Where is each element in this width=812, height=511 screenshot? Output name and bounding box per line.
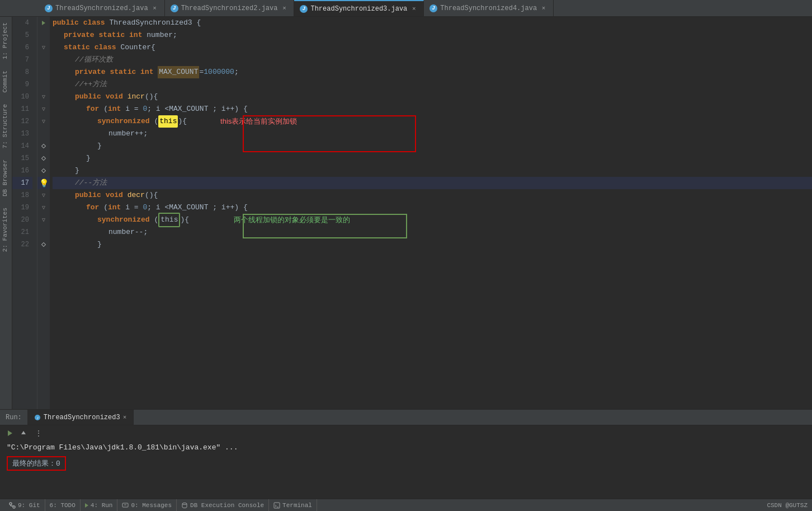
gutter-21 (37, 226, 50, 238)
tab-label-4: ThreadSynchronized4.java (440, 4, 537, 12)
code-line-16: } (53, 165, 812, 177)
ln-7: 7 (12, 54, 32, 66)
main-layout: 1: Project Commit 7: Structure DB Browse… (0, 17, 812, 409)
status-terminal-label: Terminal (282, 502, 312, 509)
sidebar-item-structure[interactable]: 7: Structure (0, 99, 12, 154)
tab-4[interactable]: J ThreadSynchronized4.java × (424, 0, 554, 16)
ln-11: 11 (12, 103, 32, 115)
gutter-18: ▽ (37, 189, 50, 201)
status-db-console[interactable]: DB Execution Console (177, 499, 269, 511)
gutter-6: ▽ (37, 41, 50, 54)
fold-19[interactable]: ▽ (42, 204, 45, 211)
bottom-tab-run[interactable]: J ThreadSynchronized3 × (27, 410, 134, 425)
gutter-16 (37, 165, 50, 177)
editor-area[interactable]: 4 5 6 7 8 9 10 11 12 13 14 15 16 17 18 1… (12, 17, 812, 409)
gutter-10: ▽ (37, 91, 50, 103)
run-toolbar: ⋮ (0, 425, 812, 441)
status-run[interactable]: 4: Run (81, 499, 118, 511)
tab-close-4[interactable]: × (540, 4, 547, 12)
gutter: ▽ ▽ ▽ ▽ (37, 17, 50, 409)
bottom-tab-run-label: ThreadSynchronized3 (44, 414, 120, 421)
gutter-11: ▽ (37, 103, 50, 115)
code-line-8: private static int MAX_COUNT=1000000; (53, 66, 812, 78)
run-result-area: 最终的结果：0 (7, 454, 805, 471)
ln-18: 18 (12, 189, 32, 201)
gutter-13 (37, 128, 50, 140)
code-line-18: public void decr(){ (53, 189, 812, 201)
bottom-panel: Run: J ThreadSynchronized3 × ⋮ "C:\Progr… (0, 409, 812, 499)
fold-12[interactable]: ▽ (42, 118, 45, 125)
status-brand: CSDN @GUTSZ (767, 502, 808, 509)
sidebar-item-db-browser[interactable]: DB Browser (0, 154, 12, 202)
annotation-line12: this表示给当前实例加锁 (220, 115, 297, 128)
ln-13: 13 (12, 128, 32, 140)
tab-1[interactable]: J ThreadSynchronized.java × (39, 0, 165, 16)
code-container: 4 5 6 7 8 9 10 11 12 13 14 15 16 17 18 1… (12, 17, 812, 409)
gutter-14 (37, 140, 50, 152)
ln-10: 10 (12, 91, 32, 103)
fold-20[interactable]: ▽ (42, 217, 45, 223)
status-git[interactable]: 9: Git (4, 499, 45, 511)
ln-8: 8 (12, 66, 32, 78)
diamond-15 (41, 156, 46, 161)
run-more-button[interactable]: ⋮ (31, 429, 46, 438)
git-icon (9, 502, 16, 509)
sidebar-item-favorites[interactable]: 2: Favorites (0, 202, 12, 257)
diamond-16 (41, 168, 46, 173)
ln-16: 16 (12, 165, 32, 177)
tab-2[interactable]: J ThreadSynchronized2.java × (165, 0, 295, 16)
messages-icon (122, 502, 129, 509)
status-messages[interactable]: 0: Messages (117, 499, 177, 511)
ln-19: 19 (12, 201, 32, 214)
run-status-icon (85, 503, 88, 508)
ln-12: 12 (12, 115, 32, 128)
ln-9: 9 (12, 78, 32, 91)
gutter-8 (37, 66, 50, 78)
ln-20: 20 (12, 214, 32, 226)
sync-block-2: synchronized (this){ 两个线程加锁的对象必须要是一致的 nu… (53, 214, 812, 251)
gutter-19: ▽ (37, 201, 50, 214)
tab-icon-3: J (300, 5, 308, 13)
ln-17: 17 (12, 177, 32, 189)
fold-11[interactable]: ▽ (42, 106, 45, 112)
this-keyword-2: this (158, 213, 180, 227)
ln-6: 6 (12, 41, 32, 54)
ln-15: 15 (12, 152, 32, 165)
fold-18[interactable]: ▽ (42, 192, 45, 199)
tab-3[interactable]: J ThreadSynchronized3.java × (294, 0, 424, 16)
tab-close-1[interactable]: × (151, 4, 159, 12)
gutter-20: ▽ (37, 214, 50, 226)
code-line-6: static class Counter{ (53, 41, 812, 54)
status-todo[interactable]: 6: TODO (45, 499, 81, 511)
code-line-13: number++; (53, 128, 812, 140)
lightbulb-17[interactable]: 💡 (39, 179, 49, 188)
diamond-14 (41, 144, 46, 148)
ln-5: 5 (12, 29, 32, 41)
run-command: "C:\Program Files\Java\jdk1.8.0_181\bin\… (7, 443, 805, 452)
ln-4: 4 (12, 17, 32, 29)
fold-6[interactable]: ▽ (42, 44, 45, 51)
gutter-7 (37, 54, 50, 66)
ln-21: 21 (12, 226, 32, 238)
status-todo-label: 6: TODO (50, 502, 75, 509)
tab-label-1: ThreadSynchronized.java (55, 4, 148, 12)
gutter-17: 💡 (37, 177, 50, 189)
tab-icon-1: J (45, 4, 53, 12)
tab-close-2[interactable]: × (280, 4, 288, 12)
fold-10[interactable]: ▽ (42, 93, 45, 100)
run-scroll-up-button[interactable] (18, 428, 29, 439)
sidebar-item-commit[interactable]: Commit (0, 65, 12, 99)
annotation-line20: 两个线程加锁的对象必须要是一致的 (234, 214, 350, 226)
run-play-button[interactable] (4, 428, 16, 439)
sidebar-left: 1: Project Commit 7: Structure DB Browse… (0, 17, 12, 409)
status-terminal[interactable]: Terminal (269, 499, 317, 511)
run-result-box: 最终的结果：0 (7, 456, 66, 471)
bottom-tab-close[interactable]: × (123, 414, 127, 421)
status-git-label: 9: Git (18, 502, 40, 509)
code-line-5: private static int number; (53, 29, 812, 41)
sidebar-item-project[interactable]: 1: Project (0, 17, 12, 65)
this-keyword-1: this (158, 115, 178, 128)
code-line-22: } (53, 238, 812, 251)
tab-bar: J ThreadSynchronized.java × J ThreadSync… (0, 0, 812, 17)
tab-close-3[interactable]: × (410, 5, 418, 13)
